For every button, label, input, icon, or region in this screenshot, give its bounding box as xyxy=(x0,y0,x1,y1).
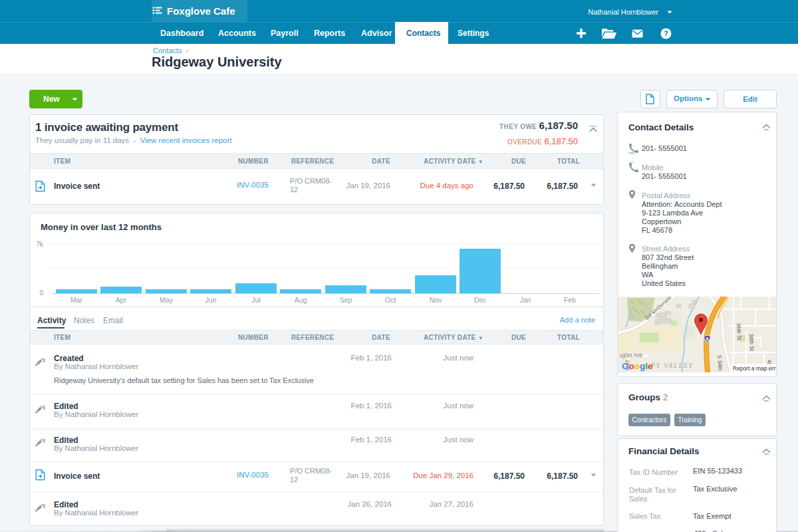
svg-text:S 34th S: S 34th S xyxy=(716,355,724,372)
svg-text:36th St: 36th St xyxy=(735,323,742,341)
svg-text:PY VALLEY: PY VALLEY xyxy=(650,362,694,369)
svg-text:uglas Ave: uglas Ave xyxy=(619,352,643,358)
svg-text:5: 5 xyxy=(706,337,709,342)
svg-text:Google: Google xyxy=(622,361,653,371)
svg-text:?: ? xyxy=(664,29,668,37)
svg-text:Report a map err: Report a map err xyxy=(733,365,775,372)
svg-text:38th St: 38th St xyxy=(748,334,755,352)
